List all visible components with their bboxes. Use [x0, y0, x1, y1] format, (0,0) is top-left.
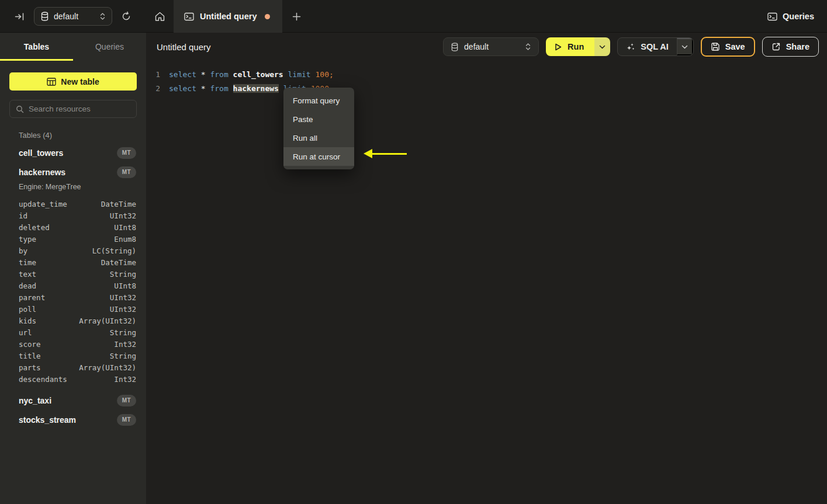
column-row: parentUInt32 — [0, 291, 146, 303]
column-name: type — [19, 235, 114, 244]
sql-ai-button[interactable]: SQL AI — [618, 38, 677, 55]
column-name: url — [19, 328, 110, 337]
annotation-arrow-icon — [364, 149, 407, 158]
column-name: dead — [19, 281, 114, 290]
column-type: String — [110, 270, 136, 279]
context-menu-item-paste[interactable]: Paste — [283, 110, 354, 128]
run-options-button[interactable] — [594, 37, 610, 56]
code-token: limit — [288, 70, 311, 79]
context-menu-item-run-at-cursor[interactable]: Run at cursor — [283, 147, 354, 166]
sql-editor[interactable]: 1select * from cell_towers limit 100;2se… — [146, 61, 827, 96]
refresh-button[interactable] — [117, 8, 136, 25]
editor-database-selector[interactable]: default — [443, 37, 539, 56]
query-tab-label: Untitled query — [200, 12, 257, 21]
context-menu: Format queryPasteRun allRun at cursor — [283, 88, 354, 169]
column-name: descendants — [19, 375, 114, 384]
topbar-database-selector[interactable]: default — [34, 7, 112, 26]
sidebar-tab-tables-label: Tables — [24, 42, 49, 51]
share-button[interactable]: Share — [762, 37, 819, 57]
new-table-button[interactable]: New table — [9, 72, 137, 91]
search-box[interactable] — [9, 100, 137, 118]
table-name: hackernews — [19, 168, 117, 177]
column-name: by — [19, 246, 92, 255]
column-name: update_time — [19, 200, 101, 208]
column-type: Int32 — [114, 375, 136, 384]
collapse-sidebar-icon — [14, 11, 25, 22]
column-type: UInt32 — [110, 211, 136, 220]
share-button-label: Share — [786, 42, 809, 51]
search-icon — [16, 105, 24, 113]
sidebar-tab-queries-label: Queries — [95, 42, 124, 51]
code-line-row: 2select * from hackernews limit 1000 — [146, 82, 827, 96]
code-token: from — [210, 70, 228, 79]
collapse-sidebar-button[interactable] — [11, 8, 28, 25]
code-token: cell_towers — [233, 70, 283, 79]
refresh-icon — [121, 11, 132, 22]
column-row: descendantsInt32 — [0, 373, 146, 385]
code-token: hackernews — [233, 84, 279, 93]
code-token — [196, 70, 201, 79]
save-icon — [711, 42, 720, 51]
share-icon — [771, 42, 781, 51]
table-name: nyc_taxi — [19, 396, 117, 405]
table-name: cell_towers — [19, 148, 117, 158]
column-name: poll — [19, 305, 110, 314]
table-engine-label: Engine: MergeTree — [0, 182, 146, 196]
sidebar: Tables Queries New table Tabl — [0, 33, 146, 504]
code-token — [229, 70, 233, 79]
run-button-group: Run — [546, 37, 610, 56]
save-button-label: Save — [725, 42, 745, 51]
column-row: typeEnum8 — [0, 233, 146, 245]
new-tab-button[interactable] — [288, 8, 305, 25]
context-menu-item-run-all[interactable]: Run all — [283, 128, 354, 147]
column-name: id — [19, 211, 110, 220]
home-button[interactable] — [146, 0, 174, 33]
query-tab[interactable]: Untitled query — [174, 0, 282, 33]
column-row: kidsArray(UInt32) — [0, 315, 146, 326]
database-icon — [40, 12, 49, 21]
code-token: select — [169, 70, 196, 79]
table-row[interactable]: hackernewsMT — [0, 162, 146, 182]
column-row: textString — [0, 268, 146, 280]
code-token: * — [201, 70, 206, 79]
table-engine-badge: MT — [117, 147, 136, 159]
home-icon — [154, 11, 165, 22]
queries-button[interactable]: Queries — [767, 0, 814, 33]
code-line-row: 1select * from cell_towers limit 100; — [146, 68, 827, 82]
app-window: default — [0, 0, 827, 504]
tables-section-label: Tables (4) — [19, 131, 146, 140]
run-button[interactable]: Run — [546, 37, 594, 56]
column-name: kids — [19, 317, 79, 325]
table-engine-badge: MT — [117, 395, 136, 406]
column-type: UInt8 — [114, 281, 136, 290]
column-name: parent — [19, 293, 110, 302]
table-name: stocks_stream — [19, 415, 117, 425]
main-panel: Untitled query default — [146, 33, 827, 504]
column-type: UInt8 — [114, 223, 136, 232]
editor-actions: default Run — [443, 37, 819, 57]
column-type: UInt32 — [110, 305, 136, 314]
run-button-label: Run — [568, 42, 584, 51]
search-input[interactable] — [29, 105, 130, 113]
sql-ai-options-button[interactable] — [677, 38, 693, 55]
column-name: parts — [19, 363, 79, 372]
table-row[interactable]: nyc_taxiMT — [0, 391, 146, 410]
sidebar-tab-tables[interactable]: Tables — [0, 33, 73, 61]
top-bar: default — [0, 0, 827, 33]
column-row: byLC(String) — [0, 245, 146, 256]
context-menu-item-format-query[interactable]: Format query — [283, 91, 354, 110]
code-token — [229, 84, 233, 93]
column-name: title — [19, 352, 110, 360]
line-number: 1 — [146, 68, 160, 82]
column-name: score — [19, 340, 114, 349]
chevron-updown-icon — [99, 12, 106, 20]
table-row[interactable]: stocks_streamMT — [0, 410, 146, 429]
column-name: text — [19, 270, 110, 279]
save-button[interactable]: Save — [701, 37, 755, 57]
table-engine-badge: MT — [117, 414, 136, 426]
column-type: DateTime — [101, 200, 136, 208]
sidebar-tab-queries[interactable]: Queries — [73, 33, 146, 61]
table-row[interactable]: cell_towersMT — [0, 143, 146, 162]
column-row: update_timeDateTime — [0, 198, 146, 210]
chevron-updown-icon — [525, 43, 531, 51]
